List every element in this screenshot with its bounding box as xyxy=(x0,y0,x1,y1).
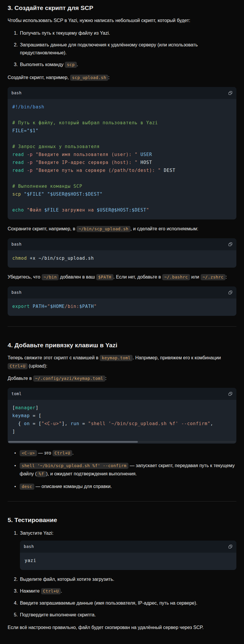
bullet-icon: • xyxy=(14,462,16,469)
text: Получать путь к текущему файлу из Yazi. xyxy=(20,31,110,36)
inline-code: ~/bin/scp_upload.sh xyxy=(77,226,131,232)
code-token: read xyxy=(12,160,24,165)
bullet-icon: • xyxy=(14,482,16,490)
inline-code: Ctrl+U xyxy=(8,363,28,369)
paragraph: Теперь свяжите этот скрипт с клавишей в … xyxy=(8,354,236,370)
code-token xyxy=(33,168,36,173)
code-token: yazi xyxy=(25,558,36,563)
code-token: ], xyxy=(62,421,71,426)
code-token: "Файл xyxy=(27,207,45,213)
code-token xyxy=(138,152,140,157)
code-token: read xyxy=(12,168,24,173)
code-token: PATH= xyxy=(33,304,48,309)
code-language-label: bash xyxy=(24,543,34,551)
code-token: keymap xyxy=(12,413,30,418)
code-content: export PATH="$HOME/bin:$PATH" xyxy=(8,298,236,316)
code-token: -p xyxy=(27,168,33,173)
code-language-label: bash xyxy=(11,240,22,248)
text: или xyxy=(190,274,201,279)
inline-code: ~/bin xyxy=(42,274,59,280)
code-language-label: bash xyxy=(11,289,22,296)
text: . Если нет, добавьте в xyxy=(113,274,162,279)
code-header: bash xyxy=(8,286,236,298)
text: . xyxy=(61,588,62,593)
list-item: •desc — описание команды для справки. xyxy=(20,482,236,491)
text: Убедитесь, что xyxy=(8,274,42,279)
copy-button[interactable] xyxy=(228,242,233,246)
inline-code: scp_upload.sh xyxy=(70,75,108,81)
code-content: [manager] keymap = [ { on = ["<C-u>"], r… xyxy=(8,400,236,441)
code-token: "shell '~/bin/scp_upload.sh %f' --confir… xyxy=(88,421,210,426)
text: (upload): xyxy=(28,363,48,368)
inline-code: <C-u> xyxy=(20,450,37,456)
code-token: chmod xyxy=(12,256,27,261)
text: . Например, привяжем его к комбинации xyxy=(133,355,221,360)
text: ), и ожидает подтверждения выполнения. xyxy=(46,471,137,476)
code-token: ] xyxy=(12,429,15,434)
copy-icon xyxy=(228,544,233,549)
paragraph: Сохраните скрипт, например, в ~/bin/scp_… xyxy=(8,225,236,233)
text: : xyxy=(108,75,109,80)
code-token xyxy=(33,160,36,165)
list-item: Выделите файл, который хотите загрузить. xyxy=(19,575,236,583)
horizontal-scrollbar[interactable] xyxy=(8,441,236,443)
text: — это xyxy=(37,450,52,455)
inline-code: $PATH xyxy=(96,274,113,280)
code-token: HOST xyxy=(138,160,152,165)
list-item: Запустите Yazi:bashyazi xyxy=(19,529,236,570)
copy-button[interactable] xyxy=(228,290,233,295)
code-token: FILE="$1" xyxy=(12,128,38,133)
code-language-label: toml xyxy=(11,390,22,398)
code-token: загружен на xyxy=(59,207,97,213)
ordered-list: Запустите Yazi:bashyaziВыделите файл, ко… xyxy=(8,529,236,619)
text: Сохраните скрипт, например, в xyxy=(8,226,77,231)
code-token: /bin: xyxy=(65,304,79,309)
code-token: manager xyxy=(15,405,36,410)
inline-code: %f xyxy=(37,471,46,477)
code-token: " xyxy=(94,304,97,309)
code-token: $USER@$HOST:$DEST xyxy=(97,207,146,213)
text: Чтобы использовать SCP в Yazi, нужно нап… xyxy=(8,18,190,23)
code-token xyxy=(21,192,24,197)
code-header: toml xyxy=(8,388,236,400)
copy-icon xyxy=(228,392,233,396)
copy-icon xyxy=(228,91,233,95)
code-token: "$FILE" "$USER@$HOST:$DEST" xyxy=(24,192,103,197)
bullet-icon: • xyxy=(14,449,16,457)
code-token: ] xyxy=(35,405,38,410)
paragraph: Убедитесь, что ~/bin добавлен в ваш $PAT… xyxy=(8,273,236,281)
section-heading: 3. Создайте скрипт для SCP xyxy=(8,4,236,12)
scrollbar-thumb[interactable] xyxy=(8,441,138,443)
code-token: , xyxy=(210,421,213,426)
code-token: -p xyxy=(27,152,33,157)
code-content: chmod +x ~/bin/scp_upload.sh xyxy=(8,250,236,268)
code-token: " xyxy=(146,207,149,213)
code-token: on xyxy=(24,421,30,426)
text: : xyxy=(226,274,227,279)
code-token: run xyxy=(71,421,79,426)
code-token: "Введите путь на сервере (/path/to/dest)… xyxy=(35,168,161,173)
copy-button[interactable] xyxy=(228,392,233,396)
paragraph: Если всё настроено правильно, файл будет… xyxy=(8,623,236,631)
code-token: # Выполнение команды SCP xyxy=(12,184,82,189)
copy-button[interactable] xyxy=(228,544,233,549)
text: Запустите Yazi: xyxy=(20,531,53,536)
text: Выполнять команду xyxy=(20,62,65,67)
copy-button[interactable] xyxy=(228,91,233,95)
code-token: scp xyxy=(12,192,21,197)
code-token: = [ xyxy=(30,421,42,426)
code-header: bash xyxy=(8,238,236,250)
message-content: 3. Создайте скрипт для SCPЧтобы использо… xyxy=(8,4,236,631)
code-token: #!/bin/bash xyxy=(12,104,44,110)
text: — описание команды для справки. xyxy=(34,484,112,489)
list-item: Выполнять команду scp. xyxy=(19,61,236,69)
list-item: Нажмите Ctrl+U. xyxy=(19,587,236,595)
code-token: "<C-u>" xyxy=(41,421,62,426)
inline-code: ~/.config/yazi/keymap.toml xyxy=(33,375,105,382)
text: добавлен в ваш xyxy=(59,274,96,279)
text: . xyxy=(72,450,73,455)
inline-code: desc xyxy=(20,484,34,490)
code-token xyxy=(24,152,27,157)
code-token: +x ~/bin/scp_upload.sh xyxy=(27,256,94,261)
code-token: export xyxy=(12,304,30,309)
